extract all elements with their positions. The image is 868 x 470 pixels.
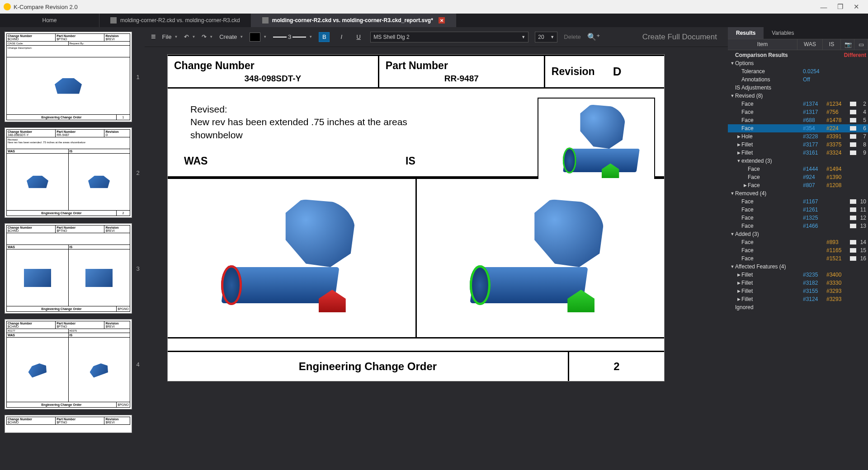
- thumb-page-4[interactable]: Change Number$CHNO Part Number$PTNO Revi…: [5, 319, 132, 409]
- is-panel: [417, 179, 665, 337]
- tree-row[interactable]: Face#89314: [728, 238, 868, 246]
- tree-row[interactable]: Face#152116: [728, 254, 868, 263]
- color-picker[interactable]: [250, 33, 267, 42]
- delete-button[interactable]: Delete: [564, 33, 581, 40]
- app-title: K-Compare Revision 2.0: [14, 4, 78, 10]
- tree-row[interactable]: Face#924#1390: [728, 173, 868, 181]
- tree-row[interactable]: ▶Fillet#3161#33249: [728, 149, 868, 157]
- tab-doc2[interactable]: molding-corner-R2.ckd vs. molding-corner…: [251, 14, 456, 27]
- change-number-label: Change Number: [174, 60, 372, 72]
- tree-row[interactable]: ▼Revised (8): [728, 92, 868, 100]
- underline-button[interactable]: U: [353, 32, 364, 42]
- revised-label: Revised:: [190, 103, 416, 116]
- tree-row[interactable]: ▼Affected Features (4): [728, 263, 868, 271]
- tree-row[interactable]: Ignored: [728, 303, 868, 311]
- tree-row[interactable]: ▼extended (3): [728, 157, 868, 165]
- page-icon[interactable]: ▭: [854, 39, 868, 50]
- revision-label: Revision: [552, 66, 595, 78]
- tree-row[interactable]: Face#132512: [728, 214, 868, 222]
- tree-row[interactable]: ▶Hole#3228#33917: [728, 132, 868, 141]
- results-tree[interactable]: Comparison ResultsDifferent▼OptionsToler…: [728, 50, 868, 470]
- tree-row[interactable]: AnnotationsOff: [728, 75, 868, 84]
- tree-row[interactable]: ▶Fillet#3177#33758: [728, 141, 868, 149]
- tree-row[interactable]: Tolerance0.0254: [728, 67, 868, 75]
- thumb-number: 1: [136, 74, 140, 80]
- tree-row[interactable]: Face#688#14785: [728, 116, 868, 124]
- thumb-page-1[interactable]: Change Number$CHNO Part Number$PTNO Revi…: [5, 32, 132, 122]
- was-label: WAS: [181, 155, 403, 167]
- thumb-number: 2: [136, 169, 140, 176]
- tab-close-icon[interactable]: ✕: [439, 17, 445, 24]
- part-number-value: RR-9487: [386, 74, 538, 84]
- doc-icon: [262, 17, 269, 24]
- revision-value: D: [613, 65, 622, 79]
- font-size-select[interactable]: 20▼: [535, 32, 557, 42]
- col-is: IS: [823, 39, 841, 50]
- was-panel: [168, 179, 417, 337]
- thumb-page-2[interactable]: Change Number348-098SDT-Y Part NumberRR-…: [5, 127, 132, 218]
- titlebar: K-Compare Revision 2.0 — ❐ ✕: [0, 0, 868, 14]
- tree-row[interactable]: Face#1444#1494: [728, 165, 868, 173]
- tree-row[interactable]: Comparison ResultsDifferent: [728, 51, 868, 59]
- stroke-width[interactable]: 3: [273, 33, 312, 40]
- close-button[interactable]: ✕: [848, 1, 864, 13]
- tab-home[interactable]: Home: [0, 14, 99, 27]
- camera-icon[interactable]: 📷: [841, 39, 854, 50]
- thumb-page-3[interactable]: Change Number$CHNO Part Number$PTNO Revi…: [5, 223, 132, 314]
- create-menu[interactable]: Create: [219, 33, 243, 40]
- results-panel: Results Variables Item WAS IS 📷 ▭ Compar…: [728, 27, 868, 470]
- thumbnail-panel: Change Number$CHNO Part Number$PTNO Revi…: [0, 27, 145, 470]
- editor-area: ≡ File ↶ ↷ Create 3 B I U MS Shell Dlg 2…: [145, 27, 728, 470]
- tree-row[interactable]: ▼Removed (4): [728, 189, 868, 197]
- iso-preview: [538, 98, 655, 188]
- tree-row[interactable]: Face#116515: [728, 246, 868, 254]
- tab-results[interactable]: Results: [728, 27, 764, 39]
- tab-variables[interactable]: Variables: [764, 27, 802, 39]
- thumb-page-5[interactable]: Change Number$CHNO Part Number$PTNO Revi…: [5, 415, 132, 433]
- page-number: 2: [569, 352, 664, 381]
- font-select[interactable]: MS Shell Dlg 2▼: [370, 32, 528, 42]
- tree-row[interactable]: IS Adjustments: [728, 84, 868, 92]
- tab-doc1[interactable]: molding-corner-R2.ckd vs. molding-corner…: [99, 14, 251, 27]
- tree-row[interactable]: ▼Added (3): [728, 230, 868, 238]
- create-full-document[interactable]: Create Full Document: [642, 33, 722, 42]
- thumb-number: 4: [136, 361, 140, 368]
- tree-row[interactable]: Face#1317#7564: [728, 108, 868, 116]
- tree-row[interactable]: ▶Fillet#3182#3330: [728, 279, 868, 287]
- col-item: Item: [728, 39, 797, 50]
- tree-row[interactable]: Face#126111: [728, 206, 868, 214]
- tree-row[interactable]: ▶Fillet#3124#3293: [728, 295, 868, 303]
- minimize-button[interactable]: —: [816, 1, 832, 13]
- toolbar: ≡ File ↶ ↷ Create 3 B I U MS Shell Dlg 2…: [145, 27, 728, 47]
- tree-row[interactable]: Face#354#2246: [728, 124, 868, 132]
- tree-row[interactable]: Face#1374#12342: [728, 100, 868, 108]
- col-was: WAS: [797, 39, 823, 50]
- revised-text: New rev has been extended .75 inches at …: [190, 116, 416, 141]
- thumb-number: 3: [136, 265, 140, 272]
- tree-row[interactable]: Face#146613: [728, 222, 868, 230]
- maximize-button[interactable]: ❐: [832, 1, 848, 13]
- redo-button[interactable]: ↷: [202, 33, 213, 40]
- change-number-value: 348-098SDT-Y: [174, 74, 372, 84]
- menu-icon[interactable]: ≡: [151, 32, 156, 42]
- tree-row[interactable]: ▶Face#807#1208: [728, 181, 868, 189]
- doc-icon: [110, 17, 117, 24]
- tree-row[interactable]: Face#116710: [728, 197, 868, 206]
- app-icon: [4, 3, 11, 10]
- tree-row[interactable]: ▶Fillet#3235#3400: [728, 271, 868, 279]
- zoom-button[interactable]: 🔍⁺: [587, 33, 600, 41]
- report-page: Change Number 348-098SDT-Y Part Number R…: [167, 54, 665, 381]
- italic-button[interactable]: I: [336, 32, 347, 42]
- tree-row[interactable]: ▶Fillet#3155#3293: [728, 287, 868, 295]
- bold-button[interactable]: B: [319, 32, 330, 42]
- canvas[interactable]: Change Number 348-098SDT-Y Part Number R…: [145, 47, 728, 470]
- eco-title: Engineering Change Order: [168, 352, 569, 381]
- part-number-label: Part Number: [386, 60, 538, 72]
- tab-strip: Home molding-corner-R2.ckd vs. molding-c…: [0, 14, 868, 27]
- file-menu[interactable]: File: [162, 33, 178, 40]
- undo-button[interactable]: ↶: [184, 33, 195, 40]
- tree-row[interactable]: ▼Options: [728, 59, 868, 67]
